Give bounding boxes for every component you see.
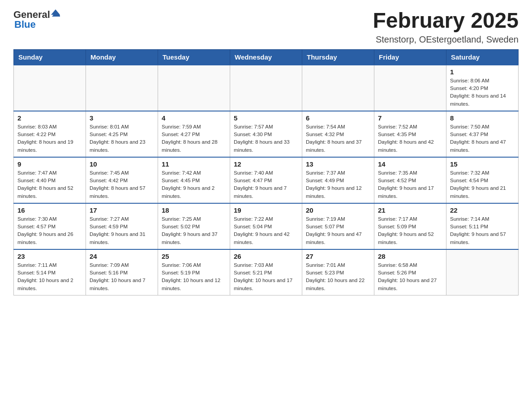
calendar-cell: 1Sunrise: 8:06 AM Sunset: 4:20 PM Daylig…	[446, 65, 519, 111]
day-info: Sunrise: 7:17 AM Sunset: 5:09 PM Dayligh…	[378, 215, 442, 246]
header-row: SundayMondayTuesdayWednesdayThursdayFrid…	[14, 49, 519, 65]
day-info: Sunrise: 7:54 AM Sunset: 4:32 PM Dayligh…	[306, 123, 370, 154]
day-info: Sunrise: 7:01 AM Sunset: 5:23 PM Dayligh…	[306, 261, 370, 292]
calendar-cell: 26Sunrise: 7:03 AM Sunset: 5:21 PM Dayli…	[230, 249, 302, 295]
calendar-cell: 5Sunrise: 7:57 AM Sunset: 4:30 PM Daylig…	[230, 111, 302, 157]
day-of-week-friday: Friday	[374, 49, 446, 65]
calendar-cell: 19Sunrise: 7:22 AM Sunset: 5:04 PM Dayli…	[230, 203, 302, 249]
day-number: 1	[450, 68, 515, 76]
calendar-cell: 8Sunrise: 7:50 AM Sunset: 4:37 PM Daylig…	[446, 111, 519, 157]
day-info: Sunrise: 7:32 AM Sunset: 4:54 PM Dayligh…	[450, 169, 515, 200]
calendar-cell: 20Sunrise: 7:19 AM Sunset: 5:07 PM Dayli…	[302, 203, 374, 249]
calendar-cell	[86, 65, 158, 111]
day-number: 22	[450, 206, 515, 214]
day-info: Sunrise: 7:47 AM Sunset: 4:40 PM Dayligh…	[17, 169, 82, 200]
week-row-2: 9Sunrise: 7:47 AM Sunset: 4:40 PM Daylig…	[14, 157, 519, 203]
calendar-header: SundayMondayTuesdayWednesdayThursdayFrid…	[14, 49, 519, 65]
location: Stenstorp, OEstergoetland, Sweden	[373, 34, 519, 45]
day-number: 14	[378, 160, 442, 168]
calendar-cell: 18Sunrise: 7:25 AM Sunset: 5:02 PM Dayli…	[158, 203, 230, 249]
calendar-cell: 6Sunrise: 7:54 AM Sunset: 4:32 PM Daylig…	[302, 111, 374, 157]
day-number: 27	[306, 253, 370, 260]
day-number: 25	[162, 253, 226, 260]
calendar-cell	[374, 65, 446, 111]
page-header: General Blue February 2025 Stenstorp, OE…	[13, 9, 519, 45]
calendar-cell: 21Sunrise: 7:17 AM Sunset: 5:09 PM Dayli…	[374, 203, 446, 249]
day-of-week-saturday: Saturday	[446, 49, 519, 65]
day-info: Sunrise: 7:22 AM Sunset: 5:04 PM Dayligh…	[234, 215, 298, 246]
calendar-table: SundayMondayTuesdayWednesdayThursdayFrid…	[13, 49, 519, 295]
day-info: Sunrise: 7:52 AM Sunset: 4:35 PM Dayligh…	[378, 123, 442, 154]
day-info: Sunrise: 7:06 AM Sunset: 5:19 PM Dayligh…	[162, 261, 226, 292]
day-number: 18	[162, 206, 226, 214]
calendar-cell: 17Sunrise: 7:27 AM Sunset: 4:59 PM Dayli…	[86, 203, 158, 249]
calendar-cell: 3Sunrise: 8:01 AM Sunset: 4:25 PM Daylig…	[86, 111, 158, 157]
day-info: Sunrise: 7:19 AM Sunset: 5:07 PM Dayligh…	[306, 215, 370, 246]
day-number: 4	[162, 114, 226, 122]
day-of-week-sunday: Sunday	[14, 49, 86, 65]
calendar-cell: 13Sunrise: 7:37 AM Sunset: 4:49 PM Dayli…	[302, 157, 374, 203]
calendar-cell: 27Sunrise: 7:01 AM Sunset: 5:23 PM Dayli…	[302, 249, 374, 295]
day-number: 21	[378, 206, 442, 214]
day-number: 28	[378, 253, 442, 260]
logo: General Blue	[13, 9, 60, 30]
calendar-cell: 14Sunrise: 7:35 AM Sunset: 4:52 PM Dayli…	[374, 157, 446, 203]
calendar-cell: 22Sunrise: 7:14 AM Sunset: 5:11 PM Dayli…	[446, 203, 519, 249]
day-info: Sunrise: 7:35 AM Sunset: 4:52 PM Dayligh…	[378, 169, 442, 200]
day-info: Sunrise: 8:01 AM Sunset: 4:25 PM Dayligh…	[90, 123, 154, 154]
calendar-cell: 12Sunrise: 7:40 AM Sunset: 4:47 PM Dayli…	[230, 157, 302, 203]
day-number: 23	[17, 253, 82, 260]
day-info: Sunrise: 7:25 AM Sunset: 5:02 PM Dayligh…	[162, 215, 226, 246]
day-number: 17	[90, 206, 154, 214]
day-number: 10	[90, 160, 154, 168]
day-info: Sunrise: 7:59 AM Sunset: 4:27 PM Dayligh…	[162, 123, 226, 154]
calendar-cell: 25Sunrise: 7:06 AM Sunset: 5:19 PM Dayli…	[158, 249, 230, 295]
week-row-4: 23Sunrise: 7:11 AM Sunset: 5:14 PM Dayli…	[14, 249, 519, 295]
calendar-cell: 4Sunrise: 7:59 AM Sunset: 4:27 PM Daylig…	[158, 111, 230, 157]
title-block: February 2025 Stenstorp, OEstergoetland,…	[373, 9, 519, 45]
calendar-body: 1Sunrise: 8:06 AM Sunset: 4:20 PM Daylig…	[14, 65, 519, 295]
day-info: Sunrise: 7:40 AM Sunset: 4:47 PM Dayligh…	[234, 169, 298, 200]
day-info: Sunrise: 7:11 AM Sunset: 5:14 PM Dayligh…	[17, 261, 82, 292]
day-info: Sunrise: 7:09 AM Sunset: 5:16 PM Dayligh…	[90, 261, 154, 292]
calendar-cell: 2Sunrise: 8:03 AM Sunset: 4:22 PM Daylig…	[14, 111, 86, 157]
day-number: 8	[450, 114, 515, 122]
day-of-week-thursday: Thursday	[302, 49, 374, 65]
day-info: Sunrise: 7:14 AM Sunset: 5:11 PM Dayligh…	[450, 215, 515, 246]
calendar-cell: 23Sunrise: 7:11 AM Sunset: 5:14 PM Dayli…	[14, 249, 86, 295]
month-title: February 2025	[373, 9, 519, 33]
day-of-week-wednesday: Wednesday	[230, 49, 302, 65]
day-number: 19	[234, 206, 298, 214]
week-row-1: 2Sunrise: 8:03 AM Sunset: 4:22 PM Daylig…	[14, 111, 519, 157]
day-info: Sunrise: 7:30 AM Sunset: 4:57 PM Dayligh…	[17, 215, 82, 246]
calendar-cell	[158, 65, 230, 111]
day-number: 26	[234, 253, 298, 260]
day-number: 3	[90, 114, 154, 122]
calendar-cell: 11Sunrise: 7:42 AM Sunset: 4:45 PM Dayli…	[158, 157, 230, 203]
day-info: Sunrise: 7:37 AM Sunset: 4:49 PM Dayligh…	[306, 169, 370, 200]
logo-text-blue: Blue	[14, 19, 36, 30]
calendar-cell: 7Sunrise: 7:52 AM Sunset: 4:35 PM Daylig…	[374, 111, 446, 157]
day-info: Sunrise: 7:45 AM Sunset: 4:42 PM Dayligh…	[90, 169, 154, 200]
day-info: Sunrise: 7:50 AM Sunset: 4:37 PM Dayligh…	[450, 123, 515, 154]
day-number: 6	[306, 114, 370, 122]
day-info: Sunrise: 6:58 AM Sunset: 5:26 PM Dayligh…	[378, 261, 442, 292]
day-number: 13	[306, 160, 370, 168]
day-number: 11	[162, 160, 226, 168]
day-number: 12	[234, 160, 298, 168]
calendar-cell	[14, 65, 86, 111]
week-row-0: 1Sunrise: 8:06 AM Sunset: 4:20 PM Daylig…	[14, 65, 519, 111]
calendar-cell: 9Sunrise: 7:47 AM Sunset: 4:40 PM Daylig…	[14, 157, 86, 203]
day-of-week-tuesday: Tuesday	[158, 49, 230, 65]
day-number: 20	[306, 206, 370, 214]
calendar-cell: 24Sunrise: 7:09 AM Sunset: 5:16 PM Dayli…	[86, 249, 158, 295]
day-info: Sunrise: 7:27 AM Sunset: 4:59 PM Dayligh…	[90, 215, 154, 246]
day-of-week-monday: Monday	[86, 49, 158, 65]
calendar-cell	[230, 65, 302, 111]
calendar-cell	[302, 65, 374, 111]
calendar-cell: 15Sunrise: 7:32 AM Sunset: 4:54 PM Dayli…	[446, 157, 519, 203]
day-number: 24	[90, 253, 154, 260]
calendar-cell: 28Sunrise: 6:58 AM Sunset: 5:26 PM Dayli…	[374, 249, 446, 295]
day-info: Sunrise: 7:03 AM Sunset: 5:21 PM Dayligh…	[234, 261, 298, 292]
calendar-cell	[446, 249, 519, 295]
